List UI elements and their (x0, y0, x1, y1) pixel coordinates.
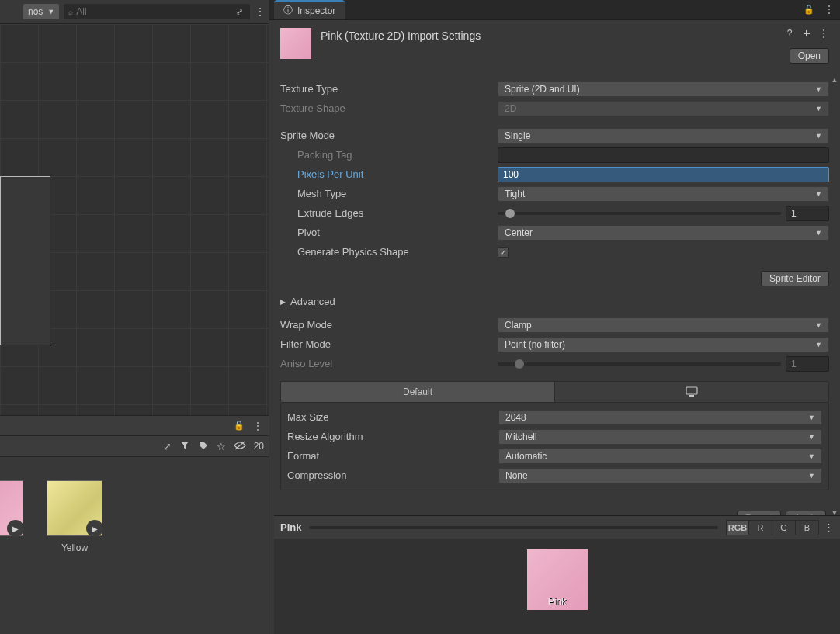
gizmos-label: nos (28, 6, 43, 17)
play-icon: ▶ (86, 520, 103, 537)
chevron-down-icon: ▼ (815, 341, 822, 348)
scene-view[interactable] (0, 24, 269, 415)
platform-tab-standalone[interactable] (554, 382, 828, 402)
kebab-menu-icon[interactable]: ⋮ (824, 521, 834, 533)
field-label: Filter Mode (280, 338, 498, 350)
chevron-down-icon: ▼ (808, 433, 815, 441)
platform-tab-default[interactable]: Default (281, 382, 554, 402)
help-icon[interactable]: ? (784, 28, 795, 39)
field-label: Pixels Per Unit (280, 168, 498, 180)
chevron-down-icon: ▼ (815, 190, 822, 198)
chevron-down-icon: ▼ (815, 105, 822, 113)
preview-zoom-slider[interactable] (309, 526, 718, 529)
field-label: Max Size (287, 411, 498, 423)
packing-tag-input[interactable] (498, 147, 829, 163)
resize-algorithm-dropdown[interactable]: Mitchell▼ (498, 429, 822, 445)
aniso-level-input (786, 356, 829, 372)
kebab-menu-icon[interactable]: ⋮ (252, 420, 264, 432)
preview-thumbnail: Pink (527, 549, 588, 610)
project-header: 🔓 ⋮ (0, 415, 269, 435)
extrude-edges-slider[interactable] (498, 212, 781, 215)
tag-icon[interactable] (198, 440, 209, 453)
preview-area: Pink (274, 539, 840, 634)
pivot-dropdown[interactable]: Center▼ (498, 225, 829, 241)
filter-mode-dropdown[interactable]: Point (no filter)▼ (498, 337, 829, 352)
lock-open-icon[interactable]: 🔓 (803, 3, 815, 16)
channel-r-button[interactable]: R (749, 520, 772, 535)
field-label: Format (287, 450, 498, 462)
field-label: Mesh Type (280, 188, 498, 199)
chevron-down-icon: ▼ (808, 452, 815, 460)
project-assets: ▶ ▶ Yellow (0, 457, 269, 553)
svg-rect-2 (689, 395, 694, 397)
asset-thumbnail: ▶ (47, 480, 102, 536)
channel-rgb-button[interactable]: RGB (726, 520, 749, 535)
field-label: Pivot (280, 227, 498, 238)
sprite-editor-button[interactable]: Sprite Editor (761, 271, 829, 286)
generate-physics-checkbox[interactable]: ✓ (498, 247, 509, 258)
channel-b-button[interactable]: B (796, 520, 819, 535)
wrap-mode-dropdown[interactable]: Clamp▼ (498, 317, 829, 333)
field-label: Sprite Mode (280, 130, 498, 141)
scroll-up-icon[interactable]: ▲ (831, 76, 838, 84)
info-icon: ⓘ (283, 4, 293, 17)
aniso-level-slider (498, 362, 781, 366)
chevron-down-icon: ▼ (808, 414, 815, 421)
star-icon[interactable]: ☆ (217, 441, 226, 452)
kebab-menu-icon[interactable]: ⋮ (818, 28, 829, 39)
preview-label: Pink (527, 596, 588, 607)
asset-item[interactable]: ▶ (0, 480, 23, 553)
texture-shape-dropdown: 2D▼ (498, 101, 829, 116)
field-label: Compression (287, 469, 498, 481)
field-label: Wrap Mode (280, 319, 498, 331)
channel-mode-buttons: RGB R G B (726, 520, 819, 535)
asset-thumbnail: ▶ (0, 480, 23, 536)
extrude-edges-input[interactable] (786, 206, 829, 221)
field-label: Generate Physics Shape (280, 246, 498, 258)
search-icon: ⌕ (68, 8, 73, 16)
texture-section: Texture Type Sprite (2D and UI)▼ Texture… (269, 65, 840, 266)
asset-header: Pink (Texture 2D) Import Settings ? ⋮ Op… (269, 20, 840, 65)
preset-icon[interactable] (801, 28, 812, 39)
hidden-icon[interactable] (234, 441, 246, 452)
mesh-type-dropdown[interactable]: Tight▼ (498, 186, 829, 202)
pixels-per-unit-input[interactable] (498, 167, 829, 182)
foldout-label: Advanced (290, 296, 335, 307)
sprite-mode-dropdown[interactable]: Single▼ (498, 128, 829, 144)
tab-inspector[interactable]: ⓘ Inspector (274, 0, 345, 19)
scene-toolbar: nos ▼ ⌕ ⤢ ⋮ (0, 0, 269, 24)
channel-g-button[interactable]: G (772, 520, 796, 535)
hidden-count: 20 (254, 441, 264, 452)
filter-icon[interactable] (179, 440, 190, 453)
asset-item[interactable]: ▶ Yellow (47, 480, 102, 553)
preview-name: Pink (280, 521, 301, 533)
field-label: Texture Shape (280, 102, 498, 114)
compression-dropdown[interactable]: None▼ (498, 468, 822, 483)
field-label: Aniso Level (280, 358, 498, 369)
search-input[interactable] (76, 6, 233, 17)
chevron-down-icon: ▼ (815, 229, 822, 237)
gizmos-dropdown[interactable]: nos ▼ (23, 4, 59, 19)
texture-type-dropdown[interactable]: Sprite (2D and UI)▼ (498, 81, 829, 97)
tab-label: Inspector (297, 5, 335, 16)
advanced-foldout[interactable]: ▶ Advanced (280, 296, 829, 307)
chevron-down-icon: ▼ (815, 321, 822, 329)
field-label: Extrude Edges (280, 207, 498, 219)
expand-icon[interactable]: ⤢ (233, 7, 245, 17)
chevron-right-icon: ▶ (280, 298, 286, 306)
inspector-tab-row: ⓘ Inspector 🔓 ⋮ (269, 0, 840, 20)
format-dropdown[interactable]: Automatic▼ (498, 449, 822, 464)
open-button[interactable]: Open (790, 48, 829, 64)
play-icon: ▶ (7, 520, 24, 537)
expand-icon[interactable]: ⤢ (163, 441, 172, 452)
lock-open-icon[interactable]: 🔓 (233, 420, 245, 432)
chevron-down-icon: ▼ (815, 132, 822, 140)
kebab-menu-icon[interactable]: ⋮ (255, 5, 264, 18)
chevron-down-icon: ▼ (808, 472, 815, 480)
kebab-menu-icon[interactable]: ⋮ (823, 3, 835, 16)
scene-search[interactable]: ⌕ ⤢ (64, 4, 250, 19)
max-size-dropdown[interactable]: 2048▼ (498, 410, 822, 425)
project-toolbar: ⤢ ☆ 20 (0, 435, 269, 457)
selected-object-outline[interactable] (0, 176, 50, 345)
chevron-down-icon: ▼ (815, 85, 822, 93)
